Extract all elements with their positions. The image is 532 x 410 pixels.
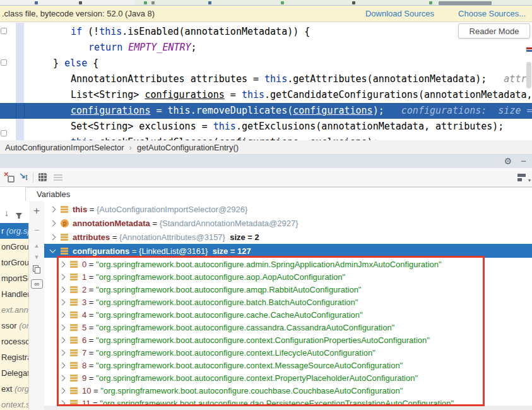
frame-item[interactable]: rocessor [0, 334, 28, 349]
frame-item[interactable]: ontext.su [0, 397, 28, 410]
fold-marker-icon[interactable] [1, 59, 7, 66]
frame-item[interactable]: torGroup [0, 255, 28, 270]
variable-row[interactable]: pannotationMetadata = {StandardAnnotatio… [44, 216, 532, 230]
chevron-right-icon[interactable] [59, 375, 66, 381]
chevron-right-icon[interactable] [59, 387, 66, 394]
fold-marker-icon[interactable] [1, 28, 7, 34]
variable-row[interactable]: this = {AutoConfigurationImportSelector@… [44, 202, 532, 216]
variables-panel-header: Variables [25, 187, 532, 201]
code-token: if [71, 26, 82, 37]
frame-text: Registrat [1, 353, 28, 362]
layout-settings-icon[interactable]: ▾ [517, 174, 526, 181]
choose-sources-link[interactable]: Choose Sources... [458, 9, 526, 18]
editor-tab[interactable] [268, 0, 341, 5]
array-item-row[interactable]: 7 = "org.springframework.boot.autoconfig… [44, 346, 532, 359]
frame-text: (org.sp [6, 226, 28, 236]
code-token: this [213, 121, 236, 132]
add-watch-icon[interactable]: + [29, 205, 44, 217]
frame-item[interactable]: ssor (org [0, 318, 28, 334]
chevron-right-icon[interactable] [59, 261, 66, 267]
frame-item[interactable]: r (org.sp [0, 223, 28, 239]
breadcrumb-method[interactable]: getAutoConfigurationEntry() [137, 143, 239, 152]
item-index: 8 [82, 361, 86, 370]
code-line[interactable]: if (!this.isEnabled(annotationMetadata))… [0, 24, 532, 40]
chevron-right-icon[interactable] [59, 337, 66, 343]
field-icon [61, 234, 68, 241]
array-item-row[interactable]: 0 = "org.springframework.boot.autoconfig… [44, 258, 532, 270]
variables-tree[interactable]: this = {AutoConfigurationImportSelector@… [44, 201, 532, 410]
array-item-row[interactable]: 3 = "org.springframework.boot.autoconfig… [44, 296, 532, 308]
code-editor[interactable]: if (!this.isEnabled(annotationMetadata))… [0, 23, 532, 140]
reader-mode-button[interactable]: Reader Mode [458, 23, 530, 39]
chevron-right-icon[interactable] [59, 299, 66, 305]
chevron-right-icon[interactable] [59, 274, 66, 280]
frame-item[interactable]: Delegate [0, 365, 28, 381]
breadcrumb-class[interactable]: AutoConfigurationImportSelector [5, 143, 124, 152]
duplicate-icon[interactable] [33, 265, 40, 274]
frame-text: ssor [1, 321, 19, 330]
execution-point-line[interactable]: configurations = this.removeDuplicates(c… [0, 103, 532, 119]
code-token: .getCandidateConfigurations(annotationMe… [264, 89, 532, 100]
variable-row[interactable]: attributes = {AnnotationAttributes@3157}… [44, 230, 532, 244]
move-up-icon[interactable]: ▲ [29, 243, 44, 249]
item-string-value: "org.springframework.boot.autoconfigure.… [96, 361, 403, 370]
frame-text: (org.s [15, 384, 28, 394]
chevron-right-icon[interactable] [50, 206, 56, 212]
chevron-right-icon[interactable] [59, 349, 66, 356]
code-line[interactable]: return EMPTY_ENTRY; [0, 40, 532, 56]
code-line[interactable]: } else { [0, 56, 532, 71]
chevron-right-icon[interactable] [59, 286, 66, 292]
array-item-row[interactable]: 8 = "org.springframework.boot.autoconfig… [44, 359, 532, 371]
frame-item[interactable]: ext (org.s [0, 381, 28, 397]
evaluate-expression-icon[interactable] [38, 173, 47, 181]
chevron-right-icon[interactable] [59, 311, 66, 318]
chevron-right-icon[interactable] [50, 220, 56, 226]
file-icon [352, 1, 355, 4]
editor-scrollbar[interactable] [526, 62, 531, 88]
download-sources-link[interactable]: Download Sources [365, 9, 434, 18]
item-index: 3 [82, 298, 86, 307]
frame-item[interactable]: Registrat [0, 349, 28, 365]
minimize-icon[interactable]: − [521, 155, 526, 166]
editor-tab[interactable] [202, 0, 268, 5]
array-item-row[interactable]: 4 = "org.springframework.boot.autoconfig… [44, 308, 532, 321]
chevron-right-icon[interactable] [59, 324, 66, 330]
editor-tab[interactable] [0, 0, 135, 5]
code-line[interactable]: this.checkExcludedClasses(configurations… [0, 135, 532, 140]
code-token: configurations [293, 105, 372, 116]
array-item-row[interactable]: 5 = "org.springframework.boot.autoconfig… [44, 321, 532, 334]
frame-item[interactable]: onGroup [0, 239, 28, 255]
move-down-icon[interactable]: ▼ [29, 254, 44, 260]
error-stripe-mark[interactable] [526, 47, 532, 49]
variables-tab-label[interactable]: Variables [37, 190, 70, 199]
frame-item[interactable]: Handler ( [0, 286, 28, 302]
close-x-frame-icon[interactable]: × [4, 172, 15, 182]
sort-down-icon[interactable]: ↓ [4, 208, 9, 218]
code-token: configurations [71, 105, 150, 116]
scroll-stripe-mark[interactable] [526, 50, 532, 52]
horizontal-scrollbar[interactable] [44, 406, 532, 410]
array-item-row[interactable]: 10 = "org.springframework.boot.autoconfi… [44, 384, 532, 397]
code-line[interactable]: List<String> configurations = this.getCa… [0, 87, 532, 103]
variable-row[interactable]: configurations = {LinkedList@3161} size … [44, 244, 532, 258]
chevron-right-icon[interactable] [50, 234, 56, 240]
infinity-icon[interactable]: ∞ [31, 279, 43, 289]
chevron-down-icon[interactable] [50, 247, 56, 253]
code-line[interactable]: Set<String> exclusions = this.getExclusi… [0, 119, 532, 135]
chevron-right-icon[interactable] [59, 362, 66, 368]
frames-list[interactable]: r (org.sponGrouptorGroupmportSelHandler … [0, 223, 29, 410]
filter-icon[interactable] [15, 210, 23, 222]
array-item-row[interactable]: 9 = "org.springframework.boot.autoconfig… [44, 371, 532, 384]
breadcrumb-separator: › [129, 143, 132, 152]
frame-item[interactable]: ext.anno [0, 302, 28, 318]
arrow-cursor-icon[interactable]: ↘ I [19, 172, 30, 182]
code-line[interactable]: AnnotationAttributes attributes = this.g… [0, 71, 532, 87]
fold-marker-icon[interactable] [1, 130, 7, 136]
gear-icon[interactable]: ⚙ [504, 156, 512, 166]
array-item-row[interactable]: 6 = "org.springframework.boot.autoconfig… [44, 334, 532, 346]
array-item-row[interactable]: 1 = "org.springframework.boot.autoconfig… [44, 270, 532, 283]
equals-sign: = [110, 232, 119, 242]
remove-watch-icon[interactable]: − [29, 225, 44, 235]
array-item-row[interactable]: 2 = "org.springframework.boot.autoconfig… [44, 283, 532, 296]
frame-item[interactable]: mportSel [0, 270, 28, 286]
